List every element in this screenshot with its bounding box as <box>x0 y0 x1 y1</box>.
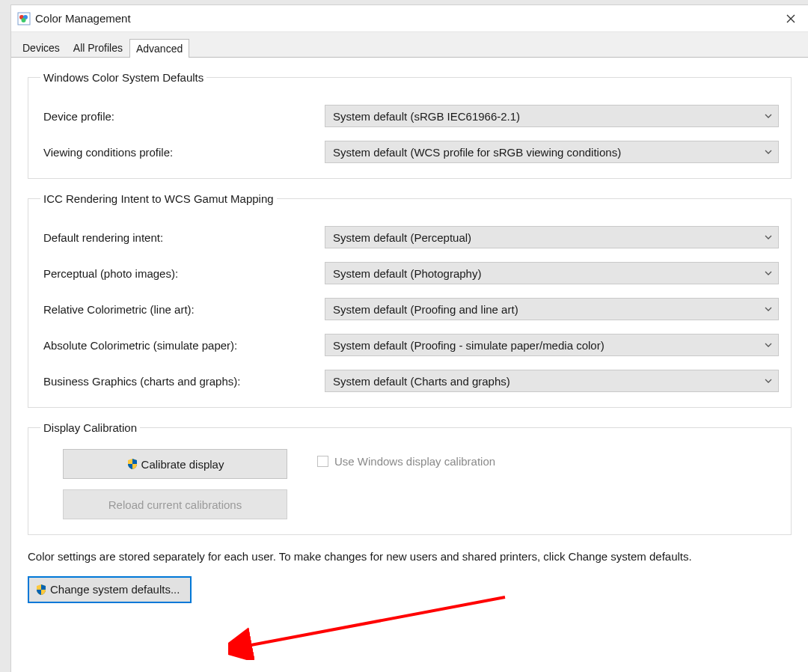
window-title: Color Management <box>31 12 774 25</box>
chevron-down-icon <box>765 112 772 120</box>
use-windows-calibration-label: Use Windows display calibration <box>334 455 495 468</box>
combo-value: System default (Perceptual) <box>333 231 471 244</box>
combo-value: System default (Charts and graphs) <box>333 375 510 388</box>
chevron-down-icon <box>765 148 772 156</box>
tabstrip: Devices All Profiles Advanced <box>11 32 808 57</box>
combo-business-graphics[interactable]: System default (Charts and graphs) <box>325 370 779 392</box>
label-business-graphics: Business Graphics (charts and graphs): <box>40 375 325 388</box>
combo-value: System default (Proofing - simulate pape… <box>333 339 605 352</box>
combo-value: System default (sRGB IEC61966-2.1) <box>333 110 520 123</box>
tab-all-profiles[interactable]: All Profiles <box>67 38 129 57</box>
combo-default-intent[interactable]: System default (Perceptual) <box>325 226 779 248</box>
combo-device-profile[interactable]: System default (sRGB IEC61966-2.1) <box>325 105 779 127</box>
tab-advanced[interactable]: Advanced <box>129 39 189 58</box>
change-system-defaults-button[interactable]: Change system defaults... <box>28 576 192 603</box>
tab-devices[interactable]: Devices <box>16 38 67 57</box>
chevron-down-icon <box>765 377 772 385</box>
calibrate-display-label: Calibrate display <box>141 458 224 471</box>
chevron-down-icon <box>765 233 772 241</box>
group-legend-calibration: Display Calibration <box>40 421 140 434</box>
footer-note: Color settings are stored separately for… <box>28 549 792 566</box>
label-device-profile: Device profile: <box>40 110 325 123</box>
reload-calibrations-button: Reload current calibrations <box>63 489 287 519</box>
group-legend-wcs: Windows Color System Defaults <box>40 71 206 84</box>
group-legend-icc: ICC Rendering Intent to WCS Gamut Mappin… <box>40 192 277 205</box>
calibrate-display-button[interactable]: Calibrate display <box>63 449 287 479</box>
label-absolute-colorimetric: Absolute Colorimetric (simulate paper): <box>40 339 325 352</box>
change-system-defaults-label: Change system defaults... <box>50 583 180 596</box>
combo-value: System default (Proofing and line art) <box>333 303 518 316</box>
combo-value: System default (Photography) <box>333 267 481 280</box>
label-relative-colorimetric: Relative Colorimetric (line art): <box>40 303 325 316</box>
chevron-down-icon <box>765 269 772 277</box>
combo-absolute-colorimetric[interactable]: System default (Proofing - simulate pape… <box>325 334 779 356</box>
label-viewing-conditions: Viewing conditions profile: <box>40 146 325 159</box>
chevron-down-icon <box>765 341 772 349</box>
group-icc-mapping: ICC Rendering Intent to WCS Gamut Mappin… <box>28 192 792 408</box>
titlebar: Color Management <box>11 5 808 32</box>
combo-perceptual[interactable]: System default (Photography) <box>325 262 779 284</box>
use-windows-calibration-checkbox <box>317 456 328 467</box>
reload-calibrations-label: Reload current calibrations <box>108 498 242 511</box>
svg-point-3 <box>22 18 26 22</box>
color-management-icon <box>17 12 31 25</box>
shield-icon <box>35 584 47 596</box>
color-management-window: Color Management Devices All Profiles Ad… <box>10 4 808 672</box>
combo-viewing-conditions[interactable]: System default (WCS profile for sRGB vie… <box>325 141 779 163</box>
label-perceptual: Perceptual (photo images): <box>40 267 325 280</box>
combo-relative-colorimetric[interactable]: System default (Proofing and line art) <box>325 298 779 320</box>
tabpage-advanced: Windows Color System Defaults Device pro… <box>11 57 808 618</box>
close-button[interactable] <box>774 5 808 31</box>
label-default-intent: Default rendering intent: <box>40 231 325 244</box>
group-wcs-defaults: Windows Color System Defaults Device pro… <box>28 71 792 179</box>
chevron-down-icon <box>765 305 772 313</box>
shield-icon <box>126 458 138 470</box>
group-display-calibration: Display Calibration Calibrate display <box>28 421 792 535</box>
combo-value: System default (WCS profile for sRGB vie… <box>333 146 621 159</box>
